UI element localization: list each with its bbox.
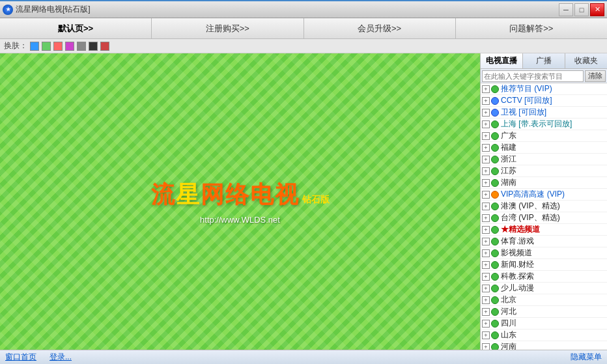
hide-menu-link[interactable]: 隐藏菜单: [571, 352, 602, 363]
minimize-button[interactable]: ─: [559, 3, 573, 16]
right-tabs: 电视直播 广播 收藏夹: [481, 53, 607, 69]
channel-list[interactable]: +推荐节目 (VIP)+CCTV [可回放]+卫视 [可回放]+上海 [带.表示…: [481, 83, 607, 350]
channel-name: 卫视 [可回放]: [501, 107, 606, 118]
skin-color-swatch[interactable]: [65, 42, 74, 51]
tab-radio[interactable]: 广播: [523, 53, 565, 68]
nav-help[interactable]: 问题解答>>: [456, 18, 607, 38]
channel-expand-btn[interactable]: +: [482, 343, 490, 350]
channel-status-icon: [491, 296, 499, 304]
channel-status-icon: [491, 214, 499, 222]
channel-item[interactable]: +★精选频道: [481, 224, 607, 236]
channel-item[interactable]: +福建: [481, 142, 607, 154]
channel-item[interactable]: +北京: [481, 294, 607, 306]
skin-label: 换肤：: [4, 40, 27, 51]
channel-name: 影视频道: [501, 247, 606, 259]
channel-expand-btn[interactable]: +: [482, 331, 490, 339]
logo-diamond: 钻石版: [302, 194, 330, 206]
channel-item[interactable]: +山东: [481, 329, 607, 341]
channel-name: 上海 [带.表示可回放]: [501, 119, 606, 130]
channel-expand-btn[interactable]: +: [482, 191, 490, 199]
tab-live[interactable]: 电视直播: [481, 53, 523, 68]
channel-status-icon: [491, 109, 499, 117]
channel-expand-btn[interactable]: +: [482, 320, 490, 328]
tab-favorites[interactable]: 收藏夹: [565, 53, 607, 68]
channel-item[interactable]: +台湾 (VIP、精选): [481, 212, 607, 224]
channel-expand-btn[interactable]: +: [482, 296, 490, 304]
channel-item[interactable]: +卫视 [可回放]: [481, 107, 607, 119]
channel-status-icon: [491, 249, 499, 257]
channel-name: 浙江: [501, 154, 606, 165]
channel-status-icon: [491, 203, 499, 210]
video-area: 流星网络电视 钻石版 http://www.WLDS.net: [0, 53, 480, 350]
search-bar: 清除: [481, 69, 607, 83]
channel-name: VIP高清高速 (VIP): [501, 189, 606, 200]
channel-expand-btn[interactable]: +: [482, 120, 490, 128]
channel-expand-btn[interactable]: +: [482, 156, 490, 163]
channel-status-icon: [491, 120, 499, 128]
channel-expand-btn[interactable]: +: [482, 167, 490, 175]
login-link[interactable]: 登录...: [49, 352, 72, 363]
title-left: ★ 流星网络电视[钻石版]: [3, 4, 91, 15]
channel-expand-btn[interactable]: +: [482, 203, 490, 210]
skin-bar: 换肤：: [0, 39, 607, 53]
channel-status-icon: [491, 343, 499, 350]
channel-item[interactable]: +河南: [481, 341, 607, 350]
bottom-bar: 窗口首页 登录... 隐藏菜单: [0, 350, 607, 364]
nav-upgrade[interactable]: 会员升级>>: [304, 18, 456, 38]
nav-register[interactable]: 注册购买>>: [152, 18, 304, 38]
channel-item[interactable]: +推荐节目 (VIP): [481, 83, 607, 95]
bottom-left: 窗口首页 登录...: [5, 352, 72, 363]
channel-expand-btn[interactable]: +: [482, 109, 490, 117]
search-clear-button[interactable]: 清除: [585, 70, 606, 82]
channel-name: CCTV [可回放]: [501, 95, 606, 106]
channel-expand-btn[interactable]: +: [482, 144, 490, 152]
channel-expand-btn[interactable]: +: [482, 226, 490, 234]
search-input[interactable]: [482, 70, 584, 82]
channel-expand-btn[interactable]: +: [482, 132, 490, 140]
channel-item[interactable]: +新闻.财经: [481, 259, 607, 271]
channel-expand-btn[interactable]: +: [482, 97, 490, 105]
channel-item[interactable]: +影视频道: [481, 247, 607, 259]
channel-item[interactable]: +广东: [481, 130, 607, 142]
logo-url: http://www.WLDS.net: [151, 215, 330, 225]
channel-item[interactable]: +少儿.动漫: [481, 283, 607, 294]
channel-expand-btn[interactable]: +: [482, 85, 490, 93]
nav-default[interactable]: 默认页>>: [0, 18, 152, 38]
home-link[interactable]: 窗口首页: [5, 352, 36, 363]
channel-expand-btn[interactable]: +: [482, 249, 490, 257]
channel-expand-btn[interactable]: +: [482, 214, 490, 222]
logo-main: 流星网络电视: [151, 179, 300, 211]
title-bar: ★ 流星网络电视[钻石版] ─ □ ✕: [0, 0, 607, 18]
channel-expand-btn[interactable]: +: [482, 308, 490, 316]
channel-name: 湖南: [501, 177, 606, 188]
channel-item[interactable]: +浙江: [481, 154, 607, 165]
window-controls: ─ □ ✕: [559, 3, 604, 16]
right-panel: 电视直播 广播 收藏夹 清除 +推荐节目 (VIP)+CCTV [可回放]+卫视…: [480, 53, 607, 350]
channel-item[interactable]: +港澳 (VIP、精选): [481, 201, 607, 212]
channel-status-icon: [491, 331, 499, 339]
skin-color-swatch[interactable]: [89, 42, 98, 51]
channel-item[interactable]: +湖南: [481, 177, 607, 189]
channel-name: 科教.探索: [501, 271, 606, 282]
skin-color-swatch[interactable]: [77, 42, 86, 51]
channel-expand-btn[interactable]: +: [482, 261, 490, 269]
skin-color-swatch[interactable]: [30, 42, 39, 51]
channel-item[interactable]: +VIP高清高速 (VIP): [481, 189, 607, 201]
channel-item[interactable]: +四川: [481, 318, 607, 329]
maximize-button[interactable]: □: [574, 3, 589, 16]
channel-expand-btn[interactable]: +: [482, 238, 490, 245]
channel-status-icon: [491, 85, 499, 93]
channel-item[interactable]: +CCTV [可回放]: [481, 95, 607, 107]
skin-color-swatch[interactable]: [42, 42, 51, 51]
skin-color-swatch[interactable]: [53, 42, 63, 51]
channel-item[interactable]: +上海 [带.表示可回放]: [481, 119, 607, 130]
channel-item[interactable]: +河北: [481, 306, 607, 318]
channel-item[interactable]: +科教.探索: [481, 271, 607, 283]
close-button[interactable]: ✕: [590, 3, 604, 16]
skin-color-swatch[interactable]: [100, 42, 109, 51]
channel-expand-btn[interactable]: +: [482, 273, 490, 281]
channel-item[interactable]: +体育.游戏: [481, 236, 607, 247]
channel-expand-btn[interactable]: +: [482, 179, 490, 187]
channel-expand-btn[interactable]: +: [482, 285, 490, 292]
channel-item[interactable]: +江苏: [481, 165, 607, 177]
